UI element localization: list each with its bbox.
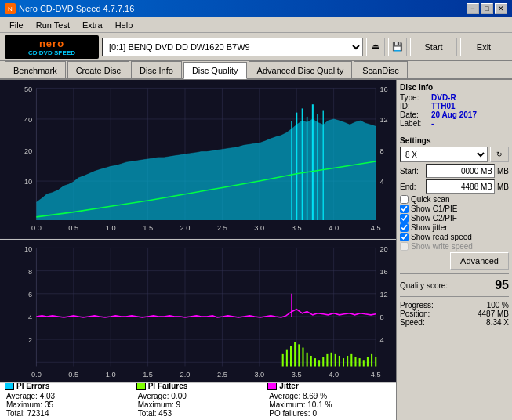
nero-logo: nero CD·DVD SPEED — [5, 35, 99, 59]
svg-text:3.5: 3.5 — [292, 371, 302, 378]
quality-score-label: Quality score: — [400, 281, 448, 290]
svg-text:0.0: 0.0 — [31, 223, 42, 231]
pi-failures-total-label: Total: — [138, 409, 157, 418]
svg-text:12: 12 — [379, 116, 387, 124]
pi-errors-max-label: Maximum: — [6, 400, 42, 409]
type-value: DVD-R — [431, 93, 456, 102]
svg-text:4.5: 4.5 — [371, 223, 381, 231]
charts-container: 50 40 20 10 16 12 8 4 0.0 0.5 1.0 1.5 — [0, 80, 396, 378]
top-chart: 50 40 20 10 16 12 8 4 0.0 0.5 1.0 1.5 — [0, 80, 396, 240]
toolbar: nero CD·DVD SPEED [0:1] BENQ DVD DD DW16… — [0, 33, 512, 61]
title-text: Nero CD-DVD Speed 4.7.7.16 — [19, 4, 134, 13]
exit-button[interactable]: Exit — [460, 38, 507, 56]
label-value: - — [431, 119, 434, 128]
maximize-button[interactable]: □ — [481, 3, 493, 14]
drive-selector[interactable]: [0:1] BENQ DVD DD DW1620 B7W9 — [102, 38, 363, 56]
id-value: TTH01 — [431, 102, 456, 110]
eject-button[interactable]: ⏏ — [366, 38, 385, 56]
window-controls[interactable]: − □ ✕ — [467, 3, 507, 14]
show-jitter-checkbox[interactable] — [400, 223, 409, 232]
type-label: Type: — [400, 93, 428, 102]
menu-help[interactable]: Help — [109, 19, 140, 31]
pi-errors-avg-label: Average: — [6, 392, 38, 400]
tab-disc-info[interactable]: Disc Info — [131, 61, 182, 78]
show-c2pif-checkbox[interactable] — [400, 214, 409, 223]
progress-value: 100 % — [487, 301, 509, 310]
svg-text:1.0: 1.0 — [106, 223, 116, 231]
start-input[interactable] — [426, 164, 495, 178]
pi-failures-total-value: 453 — [158, 409, 172, 418]
menu-extra[interactable]: Extra — [76, 19, 109, 31]
svg-text:4: 4 — [28, 313, 32, 321]
tab-benchmark[interactable]: Benchmark — [5, 61, 66, 78]
quality-section: Quality score: 95 — [400, 278, 509, 292]
show-c1pie-label: Show C1/PIE — [411, 205, 457, 213]
svg-text:0.5: 0.5 — [68, 371, 78, 378]
bottom-chart: 10 8 6 4 2 20 16 12 8 4 0.0 0.5 1.0 — [0, 240, 396, 383]
bottom-chart-svg: 10 8 6 4 2 20 16 12 8 4 0.0 0.5 1.0 — [0, 240, 396, 382]
svg-text:40: 40 — [24, 116, 32, 124]
svg-text:4.5: 4.5 — [371, 371, 381, 378]
jitter-max-value: 10.1 % — [307, 400, 332, 409]
pi-errors-avg-value: 4.03 — [40, 392, 55, 400]
app-icon: N — [5, 3, 16, 14]
speed-selector[interactable]: 8 X — [400, 147, 488, 162]
end-unit: MB — [497, 183, 509, 191]
minimize-button[interactable]: − — [467, 3, 479, 14]
svg-text:2: 2 — [28, 336, 32, 344]
position-label: Position: — [400, 310, 430, 318]
date-label: Date: — [400, 110, 428, 119]
svg-text:8: 8 — [379, 313, 383, 321]
show-write-speed-checkbox[interactable] — [400, 242, 409, 251]
quick-scan-label: Quick scan — [411, 195, 449, 204]
show-read-speed-checkbox[interactable] — [400, 233, 409, 241]
tab-disc-quality[interactable]: Disc Quality — [183, 62, 247, 79]
quick-scan-checkbox[interactable] — [400, 195, 409, 204]
jitter-max-label: Maximum: — [269, 400, 305, 409]
right-panel: Disc info Type: DVD-R ID: TTH01 Date: 20… — [396, 80, 512, 420]
pi-failures-avg-label: Average: — [138, 392, 169, 400]
progress-section: Progress: 100 % Position: 4487 MB Speed:… — [400, 301, 509, 327]
menu-file[interactable]: File — [3, 19, 30, 31]
advanced-button[interactable]: Advanced — [450, 252, 509, 270]
svg-text:8: 8 — [28, 268, 32, 276]
pi-errors-total-value: 72314 — [27, 409, 49, 418]
show-read-speed-label: Show read speed — [411, 233, 472, 241]
progress-label: Progress: — [400, 301, 434, 310]
svg-text:4: 4 — [379, 336, 383, 344]
svg-text:6: 6 — [28, 291, 32, 299]
svg-text:50: 50 — [24, 85, 32, 93]
legend-pi-errors: PI Errors Average: 4.03 Maximum: 35 Tota… — [5, 382, 129, 418]
close-button[interactable]: ✕ — [495, 3, 507, 14]
save-button[interactable]: 💾 — [388, 38, 407, 56]
show-c1pie-checkbox[interactable] — [400, 205, 409, 213]
svg-text:10: 10 — [24, 178, 32, 186]
date-value: 20 Aug 2017 — [431, 110, 477, 119]
end-label: End: — [400, 183, 423, 191]
svg-text:16: 16 — [379, 85, 387, 93]
jitter-po-value: 0 — [312, 409, 317, 418]
svg-text:2.0: 2.0 — [180, 371, 191, 378]
svg-text:1.5: 1.5 — [143, 223, 153, 231]
start-button[interactable]: Start — [410, 38, 457, 56]
position-value: 4487 MB — [478, 310, 509, 318]
menu-bar: File Run Test Extra Help — [0, 17, 512, 33]
end-input[interactable] — [426, 179, 495, 194]
svg-text:1.0: 1.0 — [106, 371, 116, 378]
settings-title: Settings — [400, 136, 509, 145]
main-content: 50 40 20 10 16 12 8 4 0.0 0.5 1.0 1.5 — [0, 80, 512, 420]
tab-scandisc[interactable]: ScanDisc — [354, 61, 407, 78]
menu-runtest[interactable]: Run Test — [30, 19, 76, 31]
show-jitter-label: Show jitter — [411, 223, 448, 232]
tab-create-disc[interactable]: Create Disc — [67, 61, 129, 78]
disc-info-title: Disc info — [400, 83, 509, 92]
svg-rect-42 — [0, 240, 396, 382]
refresh-button[interactable]: ↻ — [490, 147, 509, 162]
label-label: Label: — [400, 119, 428, 128]
disc-info-section: Disc info Type: DVD-R ID: TTH01 Date: 20… — [400, 83, 509, 128]
svg-text:1.5: 1.5 — [143, 371, 153, 378]
settings-section: Settings 8 X ↻ Start: MB End: MB Quick s… — [400, 136, 509, 270]
title-bar: N Nero CD-DVD Speed 4.7.7.16 − □ ✕ — [0, 0, 512, 17]
svg-text:3.5: 3.5 — [292, 223, 302, 231]
tab-advanced-disc-quality[interactable]: Advanced Disc Quality — [249, 61, 353, 78]
